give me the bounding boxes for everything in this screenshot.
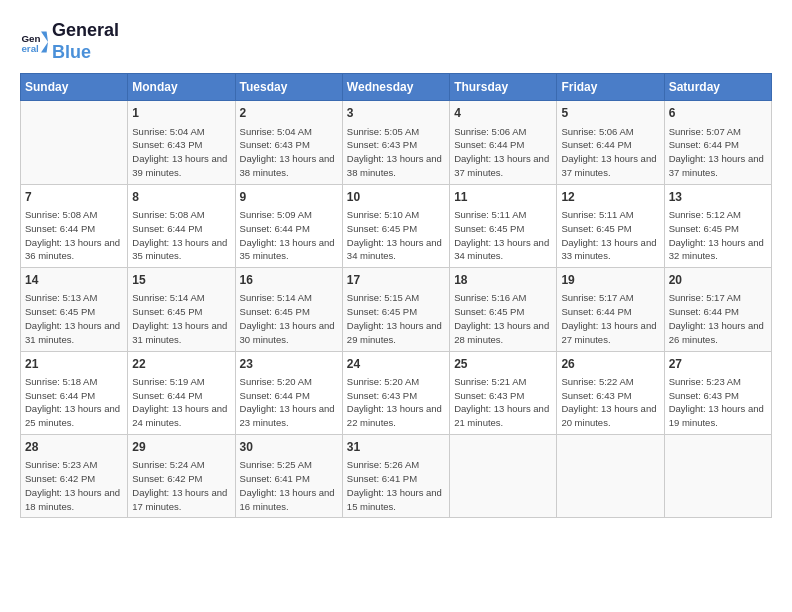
day-info: Sunrise: 5:17 AMSunset: 6:44 PMDaylight:… bbox=[669, 291, 767, 346]
column-header-friday: Friday bbox=[557, 74, 664, 101]
calendar-cell: 8Sunrise: 5:08 AMSunset: 6:44 PMDaylight… bbox=[128, 184, 235, 267]
column-header-wednesday: Wednesday bbox=[342, 74, 449, 101]
column-header-monday: Monday bbox=[128, 74, 235, 101]
calendar-cell: 23Sunrise: 5:20 AMSunset: 6:44 PMDayligh… bbox=[235, 351, 342, 434]
calendar-cell: 5Sunrise: 5:06 AMSunset: 6:44 PMDaylight… bbox=[557, 101, 664, 184]
day-info: Sunrise: 5:05 AMSunset: 6:43 PMDaylight:… bbox=[347, 125, 445, 180]
day-info: Sunrise: 5:14 AMSunset: 6:45 PMDaylight:… bbox=[132, 291, 230, 346]
day-number: 29 bbox=[132, 439, 230, 456]
day-info: Sunrise: 5:24 AMSunset: 6:42 PMDaylight:… bbox=[132, 458, 230, 513]
calendar-cell: 19Sunrise: 5:17 AMSunset: 6:44 PMDayligh… bbox=[557, 268, 664, 351]
calendar-cell: 30Sunrise: 5:25 AMSunset: 6:41 PMDayligh… bbox=[235, 435, 342, 518]
page-header: Gen eral GeneralBlue bbox=[20, 20, 772, 63]
day-info: Sunrise: 5:25 AMSunset: 6:41 PMDaylight:… bbox=[240, 458, 338, 513]
calendar-cell bbox=[21, 101, 128, 184]
calendar-cell: 6Sunrise: 5:07 AMSunset: 6:44 PMDaylight… bbox=[664, 101, 771, 184]
calendar-cell: 27Sunrise: 5:23 AMSunset: 6:43 PMDayligh… bbox=[664, 351, 771, 434]
calendar-cell: 25Sunrise: 5:21 AMSunset: 6:43 PMDayligh… bbox=[450, 351, 557, 434]
calendar-header-row: SundayMondayTuesdayWednesdayThursdayFrid… bbox=[21, 74, 772, 101]
day-number: 20 bbox=[669, 272, 767, 289]
day-number: 12 bbox=[561, 189, 659, 206]
column-header-thursday: Thursday bbox=[450, 74, 557, 101]
calendar-week-row: 28Sunrise: 5:23 AMSunset: 6:42 PMDayligh… bbox=[21, 435, 772, 518]
day-info: Sunrise: 5:18 AMSunset: 6:44 PMDaylight:… bbox=[25, 375, 123, 430]
day-number: 6 bbox=[669, 105, 767, 122]
day-info: Sunrise: 5:11 AMSunset: 6:45 PMDaylight:… bbox=[454, 208, 552, 263]
calendar-cell: 15Sunrise: 5:14 AMSunset: 6:45 PMDayligh… bbox=[128, 268, 235, 351]
day-number: 9 bbox=[240, 189, 338, 206]
day-number: 22 bbox=[132, 356, 230, 373]
day-info: Sunrise: 5:06 AMSunset: 6:44 PMDaylight:… bbox=[561, 125, 659, 180]
day-number: 18 bbox=[454, 272, 552, 289]
day-info: Sunrise: 5:08 AMSunset: 6:44 PMDaylight:… bbox=[25, 208, 123, 263]
day-info: Sunrise: 5:09 AMSunset: 6:44 PMDaylight:… bbox=[240, 208, 338, 263]
calendar-cell: 26Sunrise: 5:22 AMSunset: 6:43 PMDayligh… bbox=[557, 351, 664, 434]
day-number: 16 bbox=[240, 272, 338, 289]
calendar-table: SundayMondayTuesdayWednesdayThursdayFrid… bbox=[20, 73, 772, 518]
day-info: Sunrise: 5:21 AMSunset: 6:43 PMDaylight:… bbox=[454, 375, 552, 430]
day-info: Sunrise: 5:13 AMSunset: 6:45 PMDaylight:… bbox=[25, 291, 123, 346]
calendar-week-row: 14Sunrise: 5:13 AMSunset: 6:45 PMDayligh… bbox=[21, 268, 772, 351]
svg-marker-2 bbox=[41, 31, 48, 52]
day-number: 30 bbox=[240, 439, 338, 456]
day-number: 23 bbox=[240, 356, 338, 373]
day-number: 21 bbox=[25, 356, 123, 373]
day-info: Sunrise: 5:23 AMSunset: 6:43 PMDaylight:… bbox=[669, 375, 767, 430]
day-number: 14 bbox=[25, 272, 123, 289]
day-number: 24 bbox=[347, 356, 445, 373]
day-number: 7 bbox=[25, 189, 123, 206]
column-header-tuesday: Tuesday bbox=[235, 74, 342, 101]
calendar-week-row: 7Sunrise: 5:08 AMSunset: 6:44 PMDaylight… bbox=[21, 184, 772, 267]
day-info: Sunrise: 5:07 AMSunset: 6:44 PMDaylight:… bbox=[669, 125, 767, 180]
calendar-cell: 12Sunrise: 5:11 AMSunset: 6:45 PMDayligh… bbox=[557, 184, 664, 267]
day-info: Sunrise: 5:04 AMSunset: 6:43 PMDaylight:… bbox=[240, 125, 338, 180]
column-header-sunday: Sunday bbox=[21, 74, 128, 101]
day-number: 2 bbox=[240, 105, 338, 122]
day-number: 5 bbox=[561, 105, 659, 122]
day-info: Sunrise: 5:23 AMSunset: 6:42 PMDaylight:… bbox=[25, 458, 123, 513]
calendar-cell: 2Sunrise: 5:04 AMSunset: 6:43 PMDaylight… bbox=[235, 101, 342, 184]
day-number: 31 bbox=[347, 439, 445, 456]
day-number: 11 bbox=[454, 189, 552, 206]
calendar-cell bbox=[450, 435, 557, 518]
logo-icon: Gen eral bbox=[20, 28, 48, 56]
calendar-cell: 22Sunrise: 5:19 AMSunset: 6:44 PMDayligh… bbox=[128, 351, 235, 434]
day-number: 19 bbox=[561, 272, 659, 289]
calendar-cell: 28Sunrise: 5:23 AMSunset: 6:42 PMDayligh… bbox=[21, 435, 128, 518]
calendar-cell: 11Sunrise: 5:11 AMSunset: 6:45 PMDayligh… bbox=[450, 184, 557, 267]
day-info: Sunrise: 5:22 AMSunset: 6:43 PMDaylight:… bbox=[561, 375, 659, 430]
day-number: 25 bbox=[454, 356, 552, 373]
calendar-cell: 20Sunrise: 5:17 AMSunset: 6:44 PMDayligh… bbox=[664, 268, 771, 351]
day-info: Sunrise: 5:11 AMSunset: 6:45 PMDaylight:… bbox=[561, 208, 659, 263]
calendar-cell: 10Sunrise: 5:10 AMSunset: 6:45 PMDayligh… bbox=[342, 184, 449, 267]
day-info: Sunrise: 5:16 AMSunset: 6:45 PMDaylight:… bbox=[454, 291, 552, 346]
calendar-cell: 31Sunrise: 5:26 AMSunset: 6:41 PMDayligh… bbox=[342, 435, 449, 518]
day-info: Sunrise: 5:20 AMSunset: 6:43 PMDaylight:… bbox=[347, 375, 445, 430]
column-header-saturday: Saturday bbox=[664, 74, 771, 101]
day-info: Sunrise: 5:17 AMSunset: 6:44 PMDaylight:… bbox=[561, 291, 659, 346]
calendar-cell: 7Sunrise: 5:08 AMSunset: 6:44 PMDaylight… bbox=[21, 184, 128, 267]
calendar-cell: 21Sunrise: 5:18 AMSunset: 6:44 PMDayligh… bbox=[21, 351, 128, 434]
day-number: 8 bbox=[132, 189, 230, 206]
day-info: Sunrise: 5:14 AMSunset: 6:45 PMDaylight:… bbox=[240, 291, 338, 346]
day-number: 26 bbox=[561, 356, 659, 373]
day-info: Sunrise: 5:04 AMSunset: 6:43 PMDaylight:… bbox=[132, 125, 230, 180]
calendar-cell bbox=[664, 435, 771, 518]
day-number: 13 bbox=[669, 189, 767, 206]
day-info: Sunrise: 5:10 AMSunset: 6:45 PMDaylight:… bbox=[347, 208, 445, 263]
day-number: 4 bbox=[454, 105, 552, 122]
calendar-cell: 3Sunrise: 5:05 AMSunset: 6:43 PMDaylight… bbox=[342, 101, 449, 184]
day-number: 1 bbox=[132, 105, 230, 122]
calendar-cell: 16Sunrise: 5:14 AMSunset: 6:45 PMDayligh… bbox=[235, 268, 342, 351]
calendar-cell: 29Sunrise: 5:24 AMSunset: 6:42 PMDayligh… bbox=[128, 435, 235, 518]
calendar-week-row: 1Sunrise: 5:04 AMSunset: 6:43 PMDaylight… bbox=[21, 101, 772, 184]
day-number: 28 bbox=[25, 439, 123, 456]
calendar-cell: 9Sunrise: 5:09 AMSunset: 6:44 PMDaylight… bbox=[235, 184, 342, 267]
day-number: 15 bbox=[132, 272, 230, 289]
day-number: 27 bbox=[669, 356, 767, 373]
calendar-cell: 14Sunrise: 5:13 AMSunset: 6:45 PMDayligh… bbox=[21, 268, 128, 351]
calendar-cell: 1Sunrise: 5:04 AMSunset: 6:43 PMDaylight… bbox=[128, 101, 235, 184]
day-number: 3 bbox=[347, 105, 445, 122]
logo-name: GeneralBlue bbox=[52, 20, 119, 63]
day-info: Sunrise: 5:06 AMSunset: 6:44 PMDaylight:… bbox=[454, 125, 552, 180]
